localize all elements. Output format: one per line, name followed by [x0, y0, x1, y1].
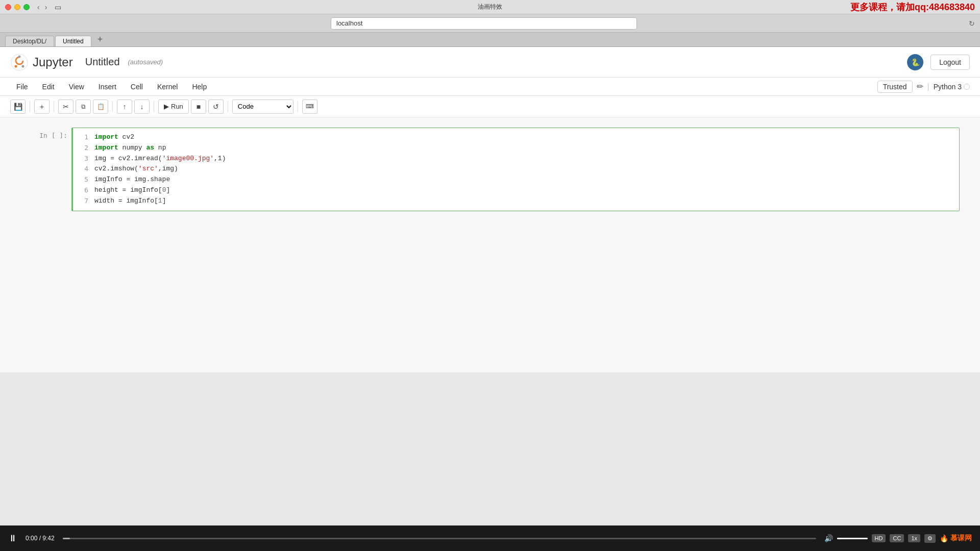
menu-file[interactable]: File — [10, 81, 34, 93]
run-icon: ▶ — [164, 103, 169, 110]
tab-desktop[interactable]: Desktop/DL/ — [5, 36, 54, 46]
settings-cc-button[interactable]: CC — [890, 534, 904, 542]
autosaved-indicator: (autosaved) — [128, 58, 163, 66]
trusted-button[interactable]: Trusted — [877, 81, 913, 93]
time-display: 0:00 / 9:42 — [26, 535, 55, 542]
svg-point-2 — [22, 65, 24, 67]
cell-container: In [ ]: 1 2 3 4 5 6 7 import cv2 — [20, 128, 960, 211]
fire-icon: 🔥 — [940, 534, 948, 542]
cell-label: In [ ]: — [20, 128, 71, 211]
bottom-bar: ⏸ 0:00 / 9:42 🔊 HD CC 1x ⚙ 🔥 慕课网 — [0, 525, 980, 551]
svg-point-3 — [18, 55, 21, 58]
url-bar[interactable]: localhost — [331, 17, 637, 30]
progress-bar-container[interactable] — [63, 538, 816, 539]
code-line-1: import cv2 — [94, 132, 953, 143]
toolbar: 💾 + ✂ ⧉ 📋 ↑ ↓ ▶ Run ■ ↺ Code Markdown Ra… — [0, 96, 980, 117]
edit-pencil-button[interactable]: ✏ — [917, 82, 923, 91]
play-pause-button[interactable]: ⏸ — [8, 533, 17, 544]
svg-point-1 — [15, 65, 17, 67]
mukeui-logo: 🔥 慕课网 — [940, 534, 972, 543]
move-down-button[interactable]: ↓ — [134, 99, 150, 114]
tab-untitled[interactable]: Untitled — [55, 36, 91, 46]
maximize-button[interactable] — [23, 4, 30, 10]
menu-bar: File Edit View Insert Cell Kernel Help T… — [0, 78, 980, 96]
app-title: 油画特效 — [478, 3, 502, 11]
add-cell-button[interactable]: + — [34, 99, 50, 114]
notebook-content: In [ ]: 1 2 3 4 5 6 7 import cv2 — [0, 117, 980, 372]
traffic-lights — [5, 4, 30, 10]
nav-buttons: ‹ › ▭ — [36, 3, 61, 11]
jupyter-header: Jupyter Untitled (autosaved) 🐍 Logout — [0, 47, 980, 78]
settings-hd-button[interactable]: HD — [872, 534, 886, 542]
separator-2 — [54, 101, 54, 112]
settings-icons: HD CC 1x ⚙ — [872, 534, 936, 543]
line-numbers: 1 2 3 4 5 6 7 — [79, 132, 94, 207]
cell-body[interactable]: 1 2 3 4 5 6 7 import cv2 import numpy as… — [71, 128, 960, 211]
forward-button[interactable]: › — [43, 3, 49, 11]
separator-4 — [154, 101, 154, 112]
code-line-4: cv2.imshow('src',img) — [94, 164, 953, 174]
cut-button[interactable]: ✂ — [58, 99, 74, 114]
run-label: Run — [171, 103, 183, 110]
title-bar: ‹ › ▭ 油画特效 更多课程，请加qq:484683840 — [0, 0, 980, 14]
settings-speed-button[interactable]: 1x — [908, 534, 920, 542]
watermark-text: 更多课程，请加qq:484683840 — [850, 0, 975, 14]
sidebar-toggle-button[interactable]: ▭ — [55, 3, 61, 11]
copy-button[interactable]: ⧉ — [76, 99, 91, 114]
run-button[interactable]: ▶ Run — [158, 99, 189, 114]
code-line-6: height = imgInfo[0] — [94, 185, 953, 196]
separator-3 — [112, 101, 113, 112]
python-logo: 🐍 — [906, 53, 924, 71]
keyboard-shortcut-button[interactable]: ⌨ — [302, 99, 317, 114]
volume-button[interactable]: 🔊 — [824, 534, 833, 542]
svg-text:🐍: 🐍 — [911, 58, 920, 67]
bottom-right-controls: 🔊 HD CC 1x ⚙ 🔥 慕课网 — [824, 534, 972, 543]
restart-button[interactable]: ↺ — [208, 99, 224, 114]
refresh-button[interactable]: ↻ — [969, 19, 975, 28]
header-right: 🐍 Logout — [906, 53, 970, 71]
save-button[interactable]: 💾 — [10, 99, 26, 114]
menu-right: Trusted ✏ | Python 3 — [877, 81, 970, 93]
kernel-info: Python 3 — [934, 83, 970, 91]
new-tab-button[interactable]: + — [94, 34, 106, 45]
cell-type-select[interactable]: Code Markdown Raw NBConvert Heading — [232, 99, 293, 114]
code-lines[interactable]: import cv2 import numpy as np img = cv2.… — [94, 132, 953, 207]
close-button[interactable] — [5, 4, 11, 10]
code-line-3: img = cv2.imread('image00.jpg',1) — [94, 154, 953, 164]
notebook-title[interactable]: Untitled — [85, 56, 120, 68]
move-up-button[interactable]: ↑ — [117, 99, 132, 114]
separator-5 — [228, 101, 228, 112]
menu-insert[interactable]: Insert — [92, 81, 122, 93]
code-area[interactable]: 1 2 3 4 5 6 7 import cv2 import numpy as… — [73, 128, 959, 211]
progress-bar-fill — [63, 538, 70, 539]
settings-gear-button[interactable]: ⚙ — [924, 534, 936, 543]
kernel-status-circle — [964, 84, 970, 90]
code-line-7: width = imgInfo[1] — [94, 196, 953, 207]
jupyter-logo-icon — [10, 53, 29, 71]
back-button[interactable]: ‹ — [36, 3, 41, 11]
logout-button[interactable]: Logout — [930, 55, 970, 70]
code-line-5: imgInfo = img.shape — [94, 174, 953, 185]
minimize-button[interactable] — [14, 4, 20, 10]
separator-1 — [30, 101, 30, 112]
jupyter-logo: Jupyter — [10, 53, 73, 71]
volume-slider[interactable] — [837, 538, 868, 539]
kernel-label: Python 3 — [934, 83, 962, 91]
url-text: localhost — [336, 19, 362, 27]
logo-text: 慕课网 — [950, 534, 972, 543]
paste-button[interactable]: 📋 — [93, 99, 108, 114]
tabs-bar: Desktop/DL/ Untitled + — [0, 33, 980, 47]
menu-edit[interactable]: Edit — [36, 81, 61, 93]
separator-6 — [298, 101, 298, 112]
stop-button[interactable]: ■ — [191, 99, 206, 114]
code-line-2: import numpy as np — [94, 143, 953, 154]
menu-help[interactable]: Help — [186, 81, 213, 93]
jupyter-logo-text: Jupyter — [33, 55, 73, 69]
browser-bar: localhost ↻ — [0, 14, 980, 33]
menu-cell[interactable]: Cell — [125, 81, 149, 93]
line-numbers-area: 1 2 3 4 5 6 7 import cv2 import numpy as… — [79, 132, 953, 207]
menu-kernel[interactable]: Kernel — [151, 81, 184, 93]
menu-view[interactable]: View — [63, 81, 90, 93]
